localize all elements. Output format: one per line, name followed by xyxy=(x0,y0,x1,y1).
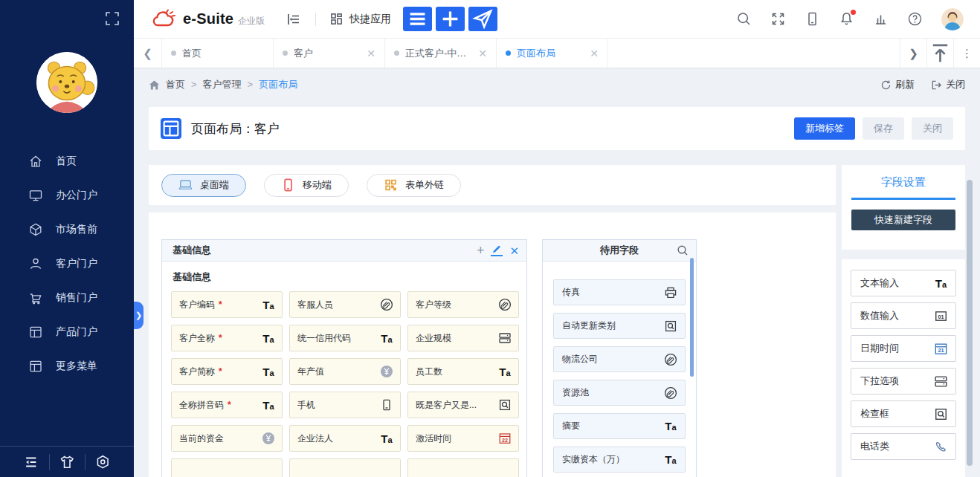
close-button[interactable]: 关闭 xyxy=(912,117,953,140)
sidebar-item[interactable]: 更多菜单 xyxy=(0,349,134,383)
device-tab[interactable]: 移动端 xyxy=(264,174,349,197)
quick-create-field-button[interactable]: 快速新建字段 xyxy=(851,210,955,230)
field-card[interactable]: 手机 xyxy=(289,392,401,418)
tabs-scroll-right-icon[interactable]: ❯ xyxy=(900,39,926,68)
field-card[interactable]: 当前的资金 xyxy=(171,425,283,452)
field-card[interactable]: 既是客户又是... xyxy=(407,392,519,418)
spare-field-card[interactable]: 传真 xyxy=(553,279,686,305)
breadcrumb-item[interactable]: 客户管理 xyxy=(203,79,242,90)
field-card[interactable]: 客户全称*Ta xyxy=(171,325,283,351)
field-card[interactable]: 客户编码*Ta xyxy=(171,291,283,318)
bar-chart-icon[interactable] xyxy=(873,11,889,27)
field-card[interactable]: 统一信用代码Ta xyxy=(289,325,401,351)
spare-panel-scrollbar[interactable] xyxy=(690,258,694,377)
quick-apps-button[interactable]: 快捷应用 xyxy=(329,12,391,26)
field-card[interactable]: 客户等级 xyxy=(407,291,519,318)
text-input-icon: Ta xyxy=(664,453,677,467)
field-card[interactable] xyxy=(407,458,519,477)
field-card[interactable]: 年产值 xyxy=(289,358,401,385)
add-tag-button[interactable]: 新增标签 xyxy=(794,117,855,140)
field-type-card[interactable]: 文本输入 Ta xyxy=(851,270,956,296)
tabs-more-icon[interactable]: ⋮ xyxy=(953,39,980,68)
tabs-scroll-left-icon[interactable]: ❮ xyxy=(134,39,162,68)
field-card[interactable]: 员工数Ta xyxy=(407,358,519,385)
svg-text:22: 22 xyxy=(502,438,508,443)
tabbar-tab[interactable]: 页面布局✕ xyxy=(497,39,608,68)
search-icon[interactable] xyxy=(736,11,752,27)
remove-section-icon[interactable]: ✕ xyxy=(509,245,519,256)
cloud-logo-icon[interactable] xyxy=(150,9,177,30)
spare-field-label: 自动更新类别 xyxy=(562,319,616,332)
field-card[interactable]: 企业规模 xyxy=(407,325,519,351)
spare-field-card[interactable]: 资源池 xyxy=(553,380,686,406)
sidebar-expand-handle[interactable]: ❯ xyxy=(134,302,144,329)
theme-shirt-icon[interactable] xyxy=(49,454,85,470)
user-avatar[interactable] xyxy=(36,52,97,113)
field-type-card[interactable]: 检查框 xyxy=(851,400,956,427)
spare-field-card[interactable]: 摘要 Ta xyxy=(553,413,686,439)
page-scrollbar[interactable] xyxy=(967,180,973,466)
field-type-card[interactable]: 电话类 xyxy=(851,433,956,460)
field-card[interactable]: 激活时间22 xyxy=(407,425,519,452)
tab-close-icon[interactable]: ✕ xyxy=(361,48,375,59)
field-type-card[interactable]: 下拉选项 xyxy=(851,368,956,395)
add-section-icon[interactable]: + xyxy=(477,244,485,257)
bell-icon[interactable] xyxy=(839,11,854,27)
collapse-sidebar-icon[interactable] xyxy=(286,11,302,27)
field-card[interactable] xyxy=(171,458,283,477)
layout-icon xyxy=(28,359,43,374)
field-card[interactable]: 企业法人Ta xyxy=(289,425,401,452)
close-page-label: 关闭 xyxy=(946,78,965,91)
mobile-icon[interactable] xyxy=(805,11,820,27)
spare-field-card[interactable]: 物流公司 xyxy=(553,346,686,372)
sidebar-item[interactable]: 客户门户 xyxy=(0,247,134,281)
help-icon[interactable] xyxy=(907,11,923,27)
field-type-card[interactable]: 数值输入 01 xyxy=(851,302,956,329)
sidebar-item[interactable]: 市场售前 xyxy=(0,212,134,247)
field-card[interactable] xyxy=(289,458,401,477)
settings-gear-icon[interactable] xyxy=(85,454,120,470)
sidebar-item[interactable]: 首页 xyxy=(0,144,134,178)
device-tab[interactable]: 表单外链 xyxy=(367,174,461,197)
tab-field-settings[interactable]: 字段设置 xyxy=(842,175,965,189)
edit-pencil-icon[interactable] xyxy=(491,244,503,256)
tabs-pin-top-icon[interactable] xyxy=(926,39,953,68)
hamburger-icon[interactable] xyxy=(403,7,432,31)
spare-field-card[interactable]: 实缴资本（万） Ta xyxy=(553,447,686,473)
fullscreen-icon[interactable] xyxy=(770,11,786,27)
mobile-red-icon xyxy=(281,178,295,192)
tab-close-icon[interactable]: ✕ xyxy=(584,48,599,59)
field-type-label: 检查框 xyxy=(860,407,889,421)
tabbar-tab[interactable]: 首页 xyxy=(162,39,274,68)
header-avatar[interactable] xyxy=(941,8,964,30)
breadcrumb-separator: > xyxy=(248,79,254,90)
field-types-card: 文本输入 Ta数值输入 01日期时间 21下拉选项 检查框 电话类 xyxy=(842,259,965,477)
tab-status-dot xyxy=(283,51,288,56)
scan-icon[interactable] xyxy=(104,10,120,27)
sidebar-item[interactable]: 产品门户 xyxy=(0,315,134,349)
home-icon[interactable] xyxy=(149,80,160,91)
tabbar-tab[interactable]: 客户✕ xyxy=(274,39,385,68)
tabbar-tab[interactable]: 正式客户-中国...✕ xyxy=(385,39,497,68)
breadcrumb-item[interactable]: 首页 xyxy=(166,79,185,90)
refresh-button[interactable]: 刷新 xyxy=(880,78,915,91)
device-tab[interactable]: 桌面端 xyxy=(161,174,246,197)
spare-search-icon[interactable] xyxy=(677,244,689,256)
tab-close-icon[interactable]: ✕ xyxy=(472,48,487,59)
breadcrumb-item[interactable]: 页面布局 xyxy=(259,79,297,90)
sidebar-item[interactable]: 销售门户 xyxy=(0,281,134,315)
send-icon[interactable] xyxy=(468,7,497,31)
field-label: 既是客户又是... xyxy=(416,399,477,412)
sidebar-item[interactable]: 办公门户 xyxy=(0,178,134,212)
field-card[interactable]: 客户简称*Ta xyxy=(171,358,283,385)
collapse-menu-icon[interactable] xyxy=(13,454,49,470)
tab-status-dot xyxy=(394,51,399,56)
sidebar-item-label: 客户门户 xyxy=(56,257,97,270)
close-page-button[interactable]: 关闭 xyxy=(931,78,965,91)
field-type-card[interactable]: 日期时间 21 xyxy=(851,335,956,362)
field-card[interactable]: 全称拼音码*Ta xyxy=(171,392,283,418)
spare-field-card[interactable]: 自动更新类别 xyxy=(553,313,686,339)
save-button[interactable]: 保存 xyxy=(863,117,904,140)
plus-icon[interactable] xyxy=(436,7,465,31)
field-card[interactable]: 客服人员 xyxy=(289,291,401,318)
